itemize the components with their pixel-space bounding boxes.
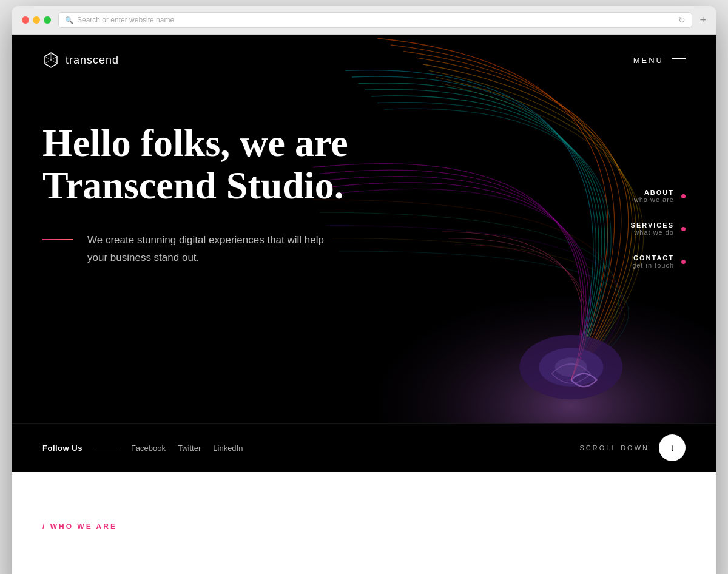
menu-button[interactable]: MENU — [633, 56, 686, 65]
side-nav-contact-dot — [681, 260, 686, 264]
hero-content: Hello folks, we are Transcend Studio. We… — [12, 86, 716, 291]
scroll-section: SCROLL DOWN ↓ — [580, 434, 686, 461]
social-divider — [95, 448, 119, 448]
new-tab-button[interactable]: + — [699, 14, 706, 27]
address-bar[interactable]: 🔍 Search or enter website name ↻ — [58, 12, 692, 28]
maximize-button[interactable] — [44, 16, 51, 24]
arrow-down-icon: ↓ — [670, 442, 675, 453]
browser-chrome: 🔍 Search or enter website name ↻ + — [12, 6, 716, 35]
close-button[interactable] — [22, 16, 29, 24]
logo-icon — [42, 52, 59, 69]
side-nav-about-sub: who we are — [634, 196, 674, 203]
logo-text: transcend — [66, 54, 119, 67]
reload-icon[interactable]: ↻ — [678, 15, 686, 25]
side-navigation: ABOUT who we are SERVICES what we do CON… — [631, 189, 686, 269]
side-nav-services[interactable]: SERVICES what we do — [631, 221, 686, 236]
search-icon: 🔍 — [65, 16, 73, 24]
browser-window: 🔍 Search or enter website name ↻ + — [12, 6, 716, 574]
address-text: Search or enter website name — [77, 16, 174, 24]
logo[interactable]: transcend — [42, 52, 119, 69]
below-hero-section: / WHO WE ARE — [12, 472, 716, 574]
twitter-link[interactable]: Twitter — [178, 444, 201, 453]
hero-accent-line — [42, 239, 73, 240]
side-nav-contact-sub: get in touch — [632, 262, 674, 269]
who-we-are-label: / WHO WE ARE — [42, 522, 117, 531]
side-nav-services-text: SERVICES what we do — [631, 221, 674, 236]
side-nav-services-main: SERVICES — [631, 221, 674, 229]
linkedin-link[interactable]: LinkedIn — [213, 444, 243, 453]
side-nav-services-sub: what we do — [631, 229, 674, 236]
hamburger-line-2 — [672, 62, 686, 63]
follow-us-label: Follow Us — [42, 444, 83, 453]
side-nav-about-dot — [681, 194, 686, 198]
facebook-link[interactable]: Facebook — [131, 444, 166, 453]
social-section: Follow Us Facebook Twitter LinkedIn — [42, 444, 243, 453]
hero-title: Hello folks, we are Transcend Studio. — [42, 122, 419, 208]
hero-footer-bar: Follow Us Facebook Twitter LinkedIn SCRO… — [12, 423, 716, 472]
side-nav-about-main: ABOUT — [634, 189, 674, 196]
social-links: Facebook Twitter LinkedIn — [131, 444, 243, 453]
main-nav: transcend MENU — [12, 35, 716, 86]
browser-dots — [22, 16, 51, 24]
side-nav-contact-main: CONTACT — [632, 254, 674, 262]
side-nav-about-text: ABOUT who we are — [634, 189, 674, 203]
hero-title-line2: Transcend Studio. — [42, 164, 344, 207]
minimize-button[interactable] — [33, 16, 40, 24]
side-nav-contact[interactable]: CONTACT get in touch — [632, 254, 686, 269]
site-container: transcend MENU Hello folks, we are Trans… — [12, 35, 716, 574]
hamburger-icon — [672, 58, 686, 62]
menu-label: MENU — [633, 56, 664, 65]
side-nav-contact-text: CONTACT get in touch — [632, 254, 674, 269]
scroll-down-label: SCROLL DOWN — [580, 444, 650, 451]
hero-title-line1: Hello folks, we are — [42, 121, 348, 164]
hamburger-line-1 — [672, 58, 686, 59]
hero-subtitle: We create stunning digital experiences t… — [42, 232, 346, 267]
hero-description: We create stunning digital experiences t… — [87, 232, 346, 267]
scroll-down-button[interactable]: ↓ — [659, 434, 686, 461]
side-nav-services-dot — [681, 227, 686, 231]
side-nav-about[interactable]: ABOUT who we are — [634, 189, 686, 203]
hero-section: transcend MENU Hello folks, we are Trans… — [12, 35, 716, 423]
